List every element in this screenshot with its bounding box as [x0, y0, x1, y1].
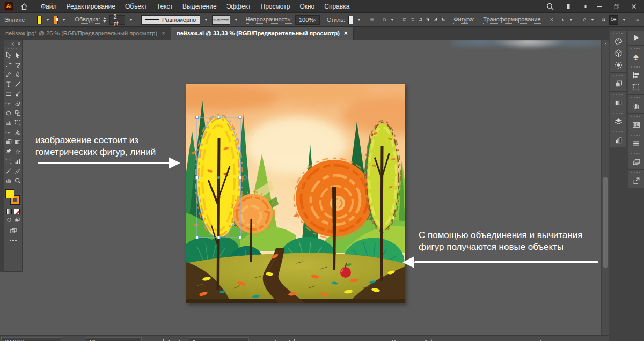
draw-normal-icon[interactable] [6, 217, 12, 223]
fill-color-swatch[interactable] [37, 16, 42, 24]
tab-landscape-jpg[interactable]: пейзаж.jpg* @ 25 % (RGB/Предварительный … [0, 27, 171, 40]
panel-grip[interactable] [631, 153, 641, 154]
layers-icon[interactable] [611, 115, 625, 127]
tab-close-icon[interactable]: × [344, 30, 348, 36]
menu-list-icon[interactable] [635, 16, 640, 24]
home-icon[interactable] [20, 2, 28, 11]
collapse-left-icon[interactable]: ‹ [558, 337, 560, 341]
tool-blend[interactable] [13, 166, 22, 176]
tool-swatch-pair[interactable] [4, 137, 13, 147]
stroke-color-dropdown[interactable] [61, 16, 67, 24]
tool-line-segment[interactable] [13, 79, 22, 89]
tool-artboard[interactable] [4, 157, 13, 166]
panel-grip[interactable] [631, 66, 641, 68]
menu-effect[interactable]: Эффект [222, 0, 256, 13]
menu-view[interactable]: Просмотр [256, 0, 295, 13]
tool-eyedropper[interactable] [4, 147, 13, 157]
properties-panel-icon[interactable] [609, 15, 618, 25]
stroke-weight-value[interactable]: 2 pt [109, 15, 125, 25]
appearance-icon[interactable] [611, 134, 625, 146]
tool-pen[interactable] [13, 70, 22, 79]
brush-definition-select[interactable] [212, 15, 230, 25]
workspace-layout-icon[interactable] [566, 2, 574, 11]
workspace-grid-icon[interactable] [602, 16, 606, 24]
panel-grip[interactable] [631, 172, 641, 173]
panel-grip[interactable] [8, 48, 19, 49]
color-palette-icon[interactable] [611, 35, 625, 47]
export-icon[interactable] [629, 175, 643, 187]
draw-behind-icon[interactable] [14, 217, 20, 223]
tool-symbol-sprayer[interactable] [13, 147, 22, 157]
tool-zoom[interactable] [13, 176, 22, 186]
document-setup-icon[interactable] [382, 15, 386, 24]
graphic-style-swatch[interactable] [348, 16, 353, 24]
pathfinder-icon[interactable] [629, 156, 643, 168]
zoom-level-dropdown[interactable] [62, 337, 73, 341]
artboard-panel-icon[interactable] [629, 81, 643, 93]
tool-eraser[interactable] [13, 99, 22, 108]
symbols-club-icon[interactable]: ♣ [629, 50, 643, 62]
vertical-scrollbar[interactable] [601, 40, 609, 335]
color-guide-icon[interactable] [611, 59, 625, 71]
screen-mode-icon[interactable] [9, 227, 17, 235]
tool-lasso[interactable] [13, 60, 22, 70]
menu-select[interactable]: Выделение [178, 0, 222, 13]
none-button[interactable] [14, 209, 20, 214]
tool-curvature[interactable] [4, 99, 13, 108]
previous-artboard-button[interactable] [177, 337, 180, 341]
recolor-icon[interactable] [582, 15, 587, 24]
tool-free-transform[interactable] [13, 118, 22, 128]
tool-pencil[interactable] [4, 70, 13, 79]
artboard-number-field[interactable]: 1 [189, 337, 249, 341]
tool-mesh[interactable] [4, 118, 13, 128]
panel-grip[interactable] [631, 135, 641, 136]
tool-perspective-grid[interactable] [13, 128, 22, 137]
scrollbar-thumb[interactable] [603, 177, 608, 268]
last-artboard-button[interactable] [289, 337, 295, 341]
first-artboard-button[interactable] [163, 337, 170, 341]
tool-column-graph[interactable] [13, 157, 22, 166]
align-right-icon[interactable] [418, 15, 422, 24]
opacity-value[interactable]: 100%› [295, 15, 320, 25]
brush-definition-dropdown[interactable] [233, 16, 239, 24]
transform-link[interactable]: Трансформирование [483, 16, 540, 24]
menu-help[interactable]: Справка [319, 0, 354, 13]
menu-type[interactable]: Текст [152, 0, 178, 13]
tool-arc[interactable] [4, 128, 13, 137]
stroke-weight-label[interactable]: Обводка: [75, 16, 100, 24]
tool-slice[interactable] [4, 166, 13, 176]
scroll-up-icon[interactable] [603, 42, 608, 47]
panel-grip[interactable] [613, 33, 623, 34]
tool-ellipse[interactable] [4, 108, 13, 118]
actions-play-icon[interactable] [629, 32, 643, 43]
puppet-hand-icon[interactable] [629, 100, 643, 112]
tool-selection[interactable] [13, 50, 22, 60]
stroke-lines-icon[interactable] [629, 137, 643, 149]
tool-direct-selection[interactable] [4, 50, 13, 60]
panel-grip[interactable] [631, 116, 641, 117]
search-icon[interactable] [546, 2, 554, 11]
opacity-label[interactable]: Непрозрачность: [246, 16, 292, 24]
panel-layout-icon[interactable] [580, 2, 588, 11]
tool-hand[interactable] [4, 176, 13, 186]
panel-grip[interactable] [631, 97, 641, 98]
panel-grip[interactable] [613, 75, 623, 76]
close-button[interactable] [628, 2, 640, 11]
menu-edit[interactable]: Редактирование [62, 0, 120, 13]
tool-magic-wand[interactable] [4, 60, 13, 70]
menu-file[interactable]: Файл [36, 0, 62, 13]
align-panel-icon[interactable] [629, 69, 643, 81]
restore-button[interactable] [611, 2, 623, 11]
panel-grip[interactable] [613, 113, 623, 114]
isolate-selection-dropdown[interactable] [568, 16, 574, 24]
transform-icon[interactable] [549, 15, 553, 24]
tool-rectangle[interactable] [4, 89, 13, 99]
stroke-color-swatch[interactable] [54, 16, 58, 24]
tool-type[interactable] [4, 79, 13, 89]
fill-stroke-indicator[interactable] [5, 188, 21, 206]
gradient-icon[interactable] [611, 97, 625, 108]
fill-color-dropdown[interactable] [45, 16, 50, 24]
artboard-number-dropdown[interactable] [250, 337, 261, 341]
3d-cube-icon[interactable] [611, 47, 625, 59]
align-bottom-icon[interactable] [439, 17, 448, 21]
